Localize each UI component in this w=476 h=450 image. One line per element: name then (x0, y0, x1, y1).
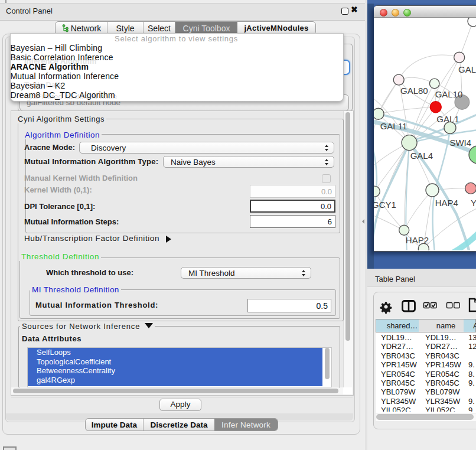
svg-text:HAP4: HAP4 (435, 198, 458, 208)
svg-text:GAL11: GAL11 (380, 121, 407, 131)
svg-text:GAL80: GAL80 (400, 86, 428, 96)
svg-text:GAL4: GAL4 (410, 151, 433, 161)
svg-text:GCY1: GCY1 (374, 200, 396, 210)
svg-text:SWI4: SWI4 (449, 138, 471, 148)
svg-text:GAL7: GAL7 (458, 64, 476, 74)
svg-text:Y: Y (471, 198, 476, 208)
svg-text:GAL10: GAL10 (435, 89, 463, 99)
svg-text:GAL1: GAL1 (436, 114, 459, 124)
svg-text:HAP2: HAP2 (406, 235, 429, 245)
